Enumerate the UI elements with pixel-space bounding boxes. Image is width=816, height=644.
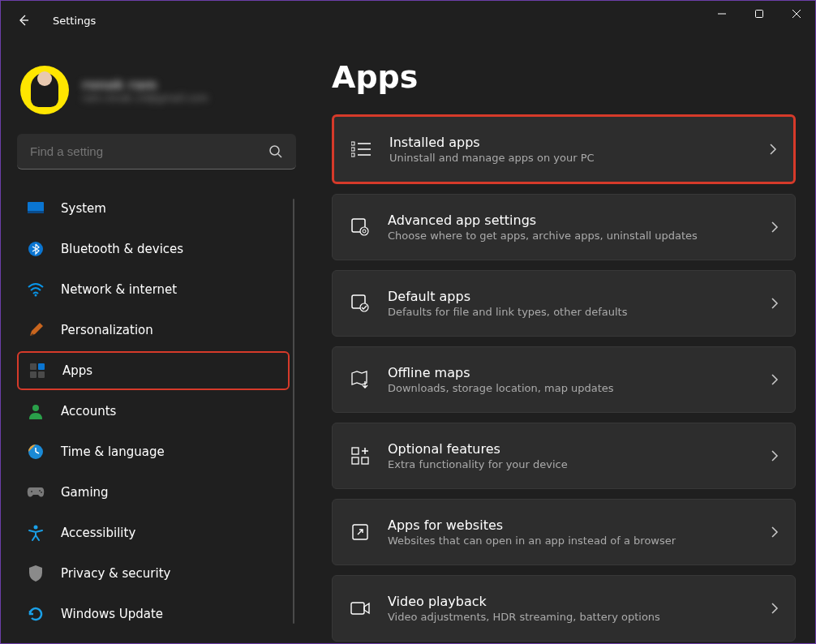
card-title: Advanced app settings — [388, 213, 754, 228]
card-advanced-app-settings[interactable]: Advanced app settings Choose where to ge… — [332, 194, 796, 260]
minimize-button[interactable] — [703, 1, 741, 27]
card-desc: Uninstall and manage apps on your PC — [389, 152, 753, 164]
user-email: ram.ronak.14@gmail.com — [82, 92, 208, 104]
svg-rect-26 — [362, 457, 368, 464]
wifi-icon — [27, 281, 45, 298]
app-title: Settings — [53, 15, 96, 27]
card-apps-for-websites[interactable]: Apps for websites Websites that can open… — [332, 499, 796, 565]
nav-scrollbar[interactable] — [293, 199, 294, 624]
sidebar-item-update[interactable]: Windows Update — [17, 595, 290, 633]
svg-rect-8 — [30, 371, 37, 378]
gamepad-icon — [27, 483, 45, 501]
list-icon — [350, 138, 373, 161]
svg-point-1 — [270, 146, 279, 155]
sidebar-item-accessibility[interactable]: Accessibility — [17, 513, 290, 552]
card-desc: Websites that can open in an app instead… — [388, 535, 754, 547]
sidebar-item-label: System — [61, 201, 106, 216]
chevron-right-icon — [769, 143, 777, 156]
app-gear-icon — [349, 216, 371, 238]
svg-point-23 — [360, 303, 368, 311]
open-link-icon — [349, 521, 371, 543]
video-icon — [349, 597, 371, 620]
sidebar-item-network[interactable]: Network & internet — [17, 270, 290, 309]
sidebar-item-label: Bluetooth & devices — [61, 242, 183, 256]
user-profile[interactable]: ronak ram ram.ronak.14@gmail.com — [20, 66, 293, 114]
sidebar-item-privacy[interactable]: Privacy & security — [17, 554, 290, 593]
apps-icon — [28, 362, 46, 380]
svg-rect-17 — [351, 148, 354, 151]
svg-rect-25 — [352, 457, 359, 464]
card-title: Installed apps — [389, 135, 753, 150]
chevron-right-icon — [771, 449, 779, 462]
sidebar-item-system[interactable]: System — [17, 189, 290, 228]
card-optional-features[interactable]: Optional features Extra functionality fo… — [332, 423, 796, 489]
search-box[interactable] — [17, 134, 296, 170]
brush-icon — [27, 321, 45, 339]
svg-rect-7 — [38, 363, 45, 370]
card-title: Optional features — [388, 441, 754, 457]
svg-rect-18 — [351, 153, 354, 157]
card-installed-apps[interactable]: Installed apps Uninstall and manage apps… — [332, 114, 796, 184]
person-icon — [27, 402, 45, 420]
card-title: Video playback — [388, 594, 754, 609]
display-icon — [27, 200, 45, 217]
card-desc: Extra functionality for your device — [388, 458, 754, 470]
card-video-playback[interactable]: Video playback Video adjustments, HDR st… — [332, 575, 796, 642]
apps-plus-icon — [349, 444, 371, 467]
sidebar-item-bluetooth[interactable]: Bluetooth & devices — [17, 230, 290, 268]
svg-point-10 — [32, 405, 39, 411]
sidebar-item-label: Time & language — [61, 444, 165, 459]
sidebar: ronak ram ram.ronak.14@gmail.com System … — [1, 40, 309, 643]
back-button[interactable] — [7, 4, 40, 36]
sidebar-item-label: Network & internet — [61, 282, 177, 297]
chevron-right-icon — [771, 297, 779, 310]
card-desc: Defaults for file and link types, other … — [388, 306, 754, 318]
sidebar-item-label: Personalization — [61, 323, 153, 337]
card-title: Default apps — [388, 289, 754, 304]
card-default-apps[interactable]: Default apps Defaults for file and link … — [332, 270, 796, 337]
sidebar-item-accounts[interactable]: Accounts — [17, 392, 290, 431]
svg-rect-16 — [351, 142, 354, 145]
chevron-right-icon — [771, 221, 779, 234]
card-offline-maps[interactable]: Offline maps Downloads, storage location… — [332, 346, 796, 413]
maximize-button[interactable] — [741, 1, 778, 27]
update-icon — [27, 605, 45, 623]
page-title: Apps — [332, 59, 796, 95]
svg-rect-9 — [38, 371, 45, 378]
avatar — [20, 66, 69, 114]
svg-point-20 — [360, 227, 368, 235]
svg-point-13 — [39, 490, 41, 492]
sidebar-item-time[interactable]: Time & language — [17, 432, 290, 471]
svg-rect-3 — [28, 211, 44, 213]
svg-rect-28 — [351, 603, 364, 614]
card-desc: Video adjustments, HDR streaming, batter… — [388, 611, 754, 623]
svg-point-14 — [41, 492, 42, 493]
svg-rect-24 — [352, 448, 359, 454]
sidebar-item-label: Accessibility — [61, 526, 135, 540]
user-name: ronak ram — [82, 77, 208, 92]
nav-list: System Bluetooth & devices Network & int… — [17, 189, 296, 633]
close-button[interactable] — [778, 1, 815, 27]
sidebar-item-personalization[interactable]: Personalization — [17, 311, 290, 350]
card-title: Apps for websites — [388, 517, 754, 533]
card-desc: Choose where to get apps, archive apps, … — [388, 230, 754, 242]
search-icon — [268, 144, 283, 159]
clock-icon — [27, 443, 45, 461]
chevron-right-icon — [771, 526, 779, 539]
app-check-icon — [349, 292, 371, 315]
search-input[interactable] — [30, 144, 268, 158]
sidebar-item-apps[interactable]: Apps — [17, 351, 290, 390]
sidebar-item-gaming[interactable]: Gaming — [17, 473, 290, 512]
sidebar-item-label: Accounts — [61, 404, 116, 419]
chevron-right-icon — [771, 373, 779, 386]
sidebar-item-label: Windows Update — [61, 607, 163, 621]
svg-point-15 — [34, 526, 38, 530]
map-download-icon — [349, 368, 371, 391]
sidebar-item-label: Privacy & security — [61, 566, 170, 581]
accessibility-icon — [27, 524, 45, 542]
svg-rect-0 — [756, 11, 763, 18]
card-title: Offline maps — [388, 365, 754, 380]
svg-point-12 — [31, 491, 32, 492]
sidebar-item-label: Gaming — [61, 485, 109, 500]
bluetooth-icon — [27, 240, 45, 258]
